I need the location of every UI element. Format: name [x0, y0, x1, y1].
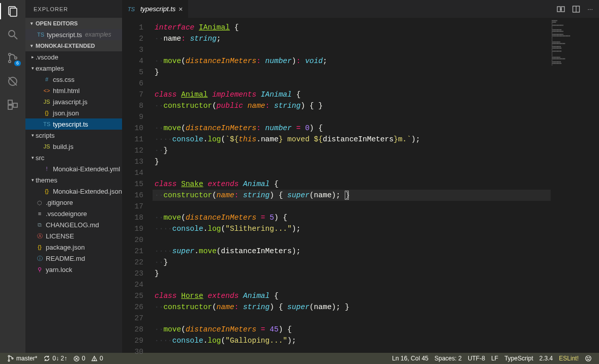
code-line[interactable]	[153, 313, 551, 324]
code-line[interactable]: class Animal implements IAnimal {	[153, 89, 551, 100]
code-line[interactable]: ··move(distanceInMeters: number): void;	[153, 55, 551, 67]
file-icon: JS	[43, 143, 51, 149]
file-item[interactable]: TStypescript.ts	[25, 118, 122, 130]
file-item[interactable]: <>html.html	[25, 85, 122, 96]
file-item[interactable]: #css.css	[25, 74, 122, 85]
workspace-header[interactable]: ▾ MONOKAI-EXTENDED	[25, 40, 122, 51]
code-line[interactable]	[153, 167, 551, 178]
code-line[interactable]	[153, 201, 551, 212]
status-problems[interactable]: 0 0	[70, 353, 106, 364]
code-line[interactable]: ····console.log(`${this.name} moved ${di…	[153, 134, 551, 145]
code-line[interactable]	[153, 346, 551, 353]
code-line[interactable]: ··name: string;	[153, 33, 551, 44]
file-item[interactable]: ⚲yarn.lock	[25, 264, 122, 275]
file-item[interactable]: {}Monokai-Extended.json	[25, 186, 122, 197]
open-editor-item[interactable]: TStypescript.tsexamples	[25, 29, 122, 40]
folder-item[interactable]: ▾examples	[25, 63, 122, 74]
file-item[interactable]: {}json.json	[25, 107, 122, 118]
code-line[interactable]	[153, 44, 551, 55]
folder-name: themes	[36, 176, 57, 184]
tab-typescript[interactable]: TS typescript.ts ×	[122, 0, 189, 18]
status-eslint[interactable]: ESLint!	[556, 355, 582, 362]
typescript-icon: TS	[127, 6, 135, 12]
split-editor-icon[interactable]	[572, 5, 580, 13]
file-name: build.js	[53, 143, 73, 150]
code-line[interactable]: }	[153, 268, 551, 279]
file-name: Monokai-Extended.yml	[53, 165, 120, 173]
folder-item[interactable]: ▸.vscode	[25, 51, 122, 63]
file-tree: ▸.vscode▾examples#css.css<>html.htmlJSja…	[25, 51, 122, 353]
status-lncol[interactable]: Ln 16, Col 45	[389, 355, 431, 362]
code-line[interactable]: ····console.log("Slithering...");	[153, 223, 551, 234]
folder-name: .vscode	[36, 53, 58, 61]
activity-explorer-icon[interactable]	[6, 4, 20, 18]
code-line[interactable]: ··}	[153, 145, 551, 156]
chevron-down-icon: ▾	[27, 43, 36, 48]
code-line[interactable]: class Snake extends Animal {	[153, 178, 551, 190]
code-line[interactable]: }	[153, 156, 551, 167]
file-item[interactable]: ⧉CHANGELOG.md	[25, 219, 122, 230]
file-name: json.json	[53, 109, 79, 117]
file-item[interactable]: JSbuild.js	[25, 141, 122, 152]
activity-debug-icon[interactable]	[6, 74, 20, 88]
file-item[interactable]: ≡.vscodeignore	[25, 208, 122, 219]
close-icon[interactable]: ×	[178, 5, 183, 13]
file-icon: ⧉	[36, 222, 44, 228]
folder-item[interactable]: ▾src	[25, 152, 122, 163]
code-line[interactable]: ··constructor(name: string) { super(name…	[153, 301, 551, 313]
status-eol[interactable]: LF	[488, 355, 501, 362]
svg-point-6	[15, 57, 17, 59]
code-line[interactable]: ··}	[153, 257, 551, 268]
file-item[interactable]: ◌.gitignore	[25, 197, 122, 208]
svg-line-3	[14, 36, 17, 39]
status-language[interactable]: TypeScript	[501, 355, 536, 362]
status-branch[interactable]: master*	[4, 353, 40, 364]
code-line[interactable]: class Horse extends Animal {	[153, 290, 551, 301]
code-line[interactable]: ··constructor(public name: string) { }	[153, 100, 551, 111]
folder-item[interactable]: ▾themes	[25, 174, 122, 186]
status-indent[interactable]: Spaces: 2	[432, 355, 465, 362]
file-name: Monokai-Extended.json	[53, 188, 122, 195]
svg-rect-10	[8, 105, 12, 109]
code-line[interactable]: ··move(distanceInMeters = 45) {	[153, 324, 551, 335]
svg-rect-9	[8, 100, 12, 104]
code-line[interactable]: ····console.log("Galloping...");	[153, 335, 551, 346]
status-encoding[interactable]: UTF-8	[465, 355, 488, 362]
compare-icon[interactable]	[557, 5, 565, 13]
file-item[interactable]: ⓘREADME.md	[25, 253, 122, 264]
file-name: typescript.ts	[53, 120, 88, 128]
code-line[interactable]: }	[153, 67, 551, 78]
status-bar: master* 0↓ 2↑ 0 0 Ln 16, Col 45 Spaces: …	[0, 353, 599, 364]
code-line[interactable]	[153, 78, 551, 89]
file-icon: Ⓐ	[36, 232, 44, 240]
more-icon[interactable]: ···	[587, 5, 593, 13]
code-line[interactable]	[153, 234, 551, 246]
code-editor[interactable]: 1234567891011121314151617181920212223242…	[122, 18, 599, 353]
code-line[interactable]: ····super.move(distanceInMeters);	[153, 246, 551, 257]
code-line[interactable]: interface IAnimal {	[153, 22, 551, 33]
code-line[interactable]: ··constructor(name: string) { super(name…	[153, 190, 551, 201]
minimap[interactable]: ▆▆▆▆▆▆▆▆▆▆▆▆▆▆▆▆▆▆▆▆▆▆▆▆▆▆▆▆▆▆▆▆▆▆▆▆▆▆▆▆…	[551, 18, 599, 353]
code-line[interactable]	[153, 279, 551, 290]
file-item[interactable]: ⒶLICENSE	[25, 230, 122, 241]
code-content[interactable]: interface IAnimal {··name: string;··move…	[153, 18, 551, 353]
folder-item[interactable]: ▾scripts	[25, 130, 122, 141]
file-item[interactable]: !Monokai-Extended.yml	[25, 163, 122, 174]
open-editors-header[interactable]: ▾ OPEN EDITORS	[25, 18, 122, 29]
code-line[interactable]: ··move(distanceInMeters = 5) {	[153, 212, 551, 223]
status-feedback-icon[interactable]	[582, 355, 595, 362]
activity-search-icon[interactable]	[6, 27, 20, 42]
activity-scm-icon[interactable]: 6	[6, 51, 20, 65]
file-sub: examples	[85, 31, 111, 38]
activity-extensions-icon[interactable]	[6, 98, 20, 112]
file-item[interactable]: JSjavascript.js	[25, 96, 122, 107]
code-line[interactable]	[153, 111, 551, 123]
editor-tabs: TS typescript.ts × ···	[122, 0, 599, 18]
file-item[interactable]: {}package.json	[25, 241, 122, 253]
file-icon: {}	[43, 110, 51, 116]
status-sync[interactable]: 0↓ 2↑	[40, 353, 70, 364]
file-name: css.css	[53, 76, 75, 83]
code-line[interactable]: ··move(distanceInMeters: number = 0) {	[153, 123, 551, 134]
chevron-down-icon: ▾	[27, 21, 36, 26]
status-tsversion[interactable]: 2.3.4	[536, 355, 556, 362]
